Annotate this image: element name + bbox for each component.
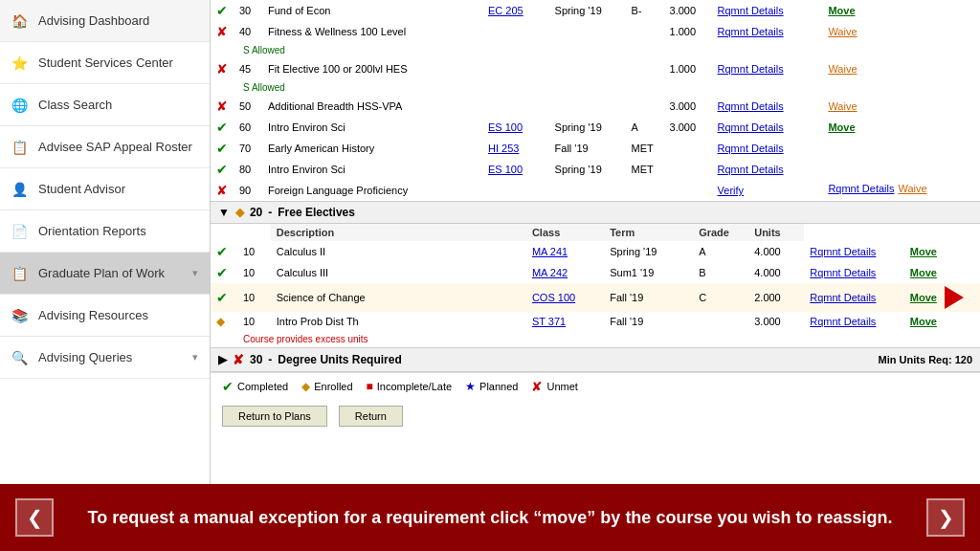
- sidebar-item-advisee-sap-appeal-roster[interactable]: 📋 Advisee SAP Appeal Roster: [0, 126, 210, 168]
- move-link[interactable]: Move: [828, 5, 855, 16]
- unmet-icon: ✘: [233, 352, 244, 367]
- class-link[interactable]: MA 242: [532, 267, 568, 278]
- class-link[interactable]: MA 241: [532, 246, 568, 257]
- enrolled-icon: ◆: [235, 206, 244, 219]
- home-icon: 🏠: [11, 13, 31, 29]
- rqmnt-details-link[interactable]: Rqmnt Details: [718, 5, 784, 16]
- completed-icon: ✔: [216, 290, 228, 305]
- legend: ✔ Completed ◆ Enrolled ■ Incomplete/Late…: [211, 372, 980, 400]
- section-label: Free Electives: [278, 206, 355, 219]
- table-row: ✔ 60 Intro Environ Sci ES 100 Spring '19…: [211, 117, 980, 138]
- table-row-note: Course provides excess units: [211, 331, 980, 347]
- legend-incomplete-label: Incomplete/Late: [377, 381, 452, 392]
- legend-completed: ✔ Completed: [222, 379, 288, 394]
- table-row: ◆ 10 Intro Prob Dist Th ST 371 Fall '19 …: [211, 312, 980, 331]
- rqmnt-details-link[interactable]: Rqmnt Details: [718, 100, 784, 112]
- expand-arrow-icon[interactable]: ▶: [218, 353, 227, 366]
- legend-unmet-label: Unmet: [546, 381, 577, 392]
- table-row: ✘ 45 Fit Elective 100 or 200lvl HES 1.00…: [211, 58, 980, 79]
- min-units-req: Min Units Req: 120: [879, 354, 972, 365]
- col-term: Term: [604, 224, 693, 241]
- move-link[interactable]: Move: [910, 316, 937, 327]
- legend-enrolled-label: Enrolled: [314, 381, 352, 392]
- waive-link[interactable]: Waive: [828, 26, 857, 37]
- rqmnt-details-link[interactable]: Rqmnt Details: [718, 26, 784, 37]
- unmet-legend-icon: ✘: [531, 379, 543, 394]
- legend-planned: ★ Planned: [465, 380, 518, 393]
- sidebar-item-advising-queries[interactable]: 🔍 Advising Queries ▾: [0, 337, 210, 379]
- return-button[interactable]: Return: [339, 406, 403, 427]
- unmet-icon: ✘: [216, 183, 228, 198]
- bottom-banner: ❮ To request a manual exception for a re…: [0, 484, 980, 551]
- rqmnt-details-link[interactable]: Rqmnt Details: [810, 246, 876, 257]
- banner-message: To request a manual exception for a requ…: [54, 508, 926, 528]
- sidebar-item-label: Advising Queries: [38, 350, 132, 364]
- action-buttons: Return to Plans Return: [211, 400, 980, 432]
- waive-link[interactable]: Waive: [828, 63, 857, 75]
- waive-link[interactable]: Waive: [828, 100, 857, 112]
- enrolled-legend-icon: ◆: [301, 380, 310, 393]
- sidebar-item-label: Advising Dashboard: [38, 13, 149, 28]
- degree-section-header: ▶ ✘ 30 - Degree Units Required Min Units…: [211, 347, 980, 372]
- legend-planned-label: Planned: [479, 381, 518, 392]
- section-number: 20: [250, 206, 262, 219]
- completed-icon: ✔: [216, 120, 228, 135]
- table-row: ✔ 30 Fund of Econ EC 205 Spring '19 B- 3…: [211, 0, 980, 21]
- rqmnt-details-link[interactable]: Rqmnt Details: [828, 183, 894, 194]
- table-row-note: S Allowed: [211, 42, 980, 58]
- plan-icon: 📋: [11, 266, 31, 281]
- incomplete-legend-icon: ■: [367, 380, 373, 393]
- free-electives-table: Description Class Term Grade Units ✔ 10 …: [211, 224, 980, 347]
- completed-icon: ✔: [216, 141, 228, 156]
- legend-enrolled: ◆ Enrolled: [301, 380, 352, 393]
- table-row: ✘ 90 Foreign Language Proficiency Verify…: [211, 180, 980, 201]
- class-link[interactable]: EC 205: [488, 5, 523, 16]
- waive-link[interactable]: Waive: [898, 183, 926, 194]
- sidebar-item-advising-resources[interactable]: 📚 Advising Resources: [0, 295, 210, 337]
- rqmnt-details-link[interactable]: Rqmnt Details: [810, 292, 876, 303]
- return-to-plans-button[interactable]: Return to Plans: [222, 406, 327, 427]
- sidebar-item-label: Class Search: [38, 98, 112, 112]
- sidebar-item-label: Graduate Plan of Work: [38, 266, 165, 280]
- unmet-icon: ✘: [216, 61, 228, 77]
- class-link[interactable]: ES 100: [488, 121, 523, 133]
- class-link[interactable]: ST 371: [532, 316, 566, 327]
- rqmnt-details-link[interactable]: Rqmnt Details: [718, 121, 784, 133]
- sidebar-item-student-advisor[interactable]: 👤 Student Advisor: [0, 168, 210, 210]
- rqmnt-details-link[interactable]: Rqmnt Details: [810, 267, 876, 278]
- sidebar-item-student-services-center[interactable]: ⭐ Student Services Center: [0, 42, 210, 84]
- enrolled-icon: ◆: [216, 315, 225, 328]
- unmet-icon: ✘: [216, 99, 228, 114]
- sidebar-item-label: Student Services Center: [38, 55, 173, 70]
- sidebar-item-label: Orientation Reports: [38, 224, 146, 238]
- move-link[interactable]: Move: [910, 246, 937, 257]
- sidebar-item-graduate-plan-of-work[interactable]: 📋 Graduate Plan of Work ▾: [0, 253, 210, 295]
- sidebar-item-class-search[interactable]: 🌐 Class Search: [0, 84, 210, 126]
- banner-prev-button[interactable]: ❮: [15, 498, 54, 537]
- move-link[interactable]: Move: [910, 267, 937, 278]
- unmet-icon: ✘: [216, 24, 228, 39]
- move-link[interactable]: Move: [828, 121, 855, 133]
- move-link[interactable]: Move: [910, 292, 937, 303]
- section-label: Degree Units Required: [278, 353, 401, 366]
- col-grade: Grade: [693, 224, 748, 241]
- sidebar-item-orientation-reports[interactable]: 📄 Orientation Reports: [0, 210, 210, 253]
- class-link[interactable]: COS 100: [532, 292, 575, 303]
- legend-unmet: ✘ Unmet: [531, 379, 577, 394]
- prior-rows-table: ✔ 30 Fund of Econ EC 205 Spring '19 B- 3…: [211, 0, 980, 201]
- class-link[interactable]: HI 253: [488, 143, 519, 154]
- col-units: Units: [748, 224, 804, 241]
- rqmnt-details-link[interactable]: Rqmnt Details: [718, 143, 784, 154]
- sidebar-item-advising-dashboard[interactable]: 🏠 Advising Dashboard: [0, 0, 210, 42]
- book-icon: 📚: [11, 308, 31, 323]
- sidebar: 🏠 Advising Dashboard ⭐ Student Services …: [0, 0, 211, 484]
- rqmnt-details-link[interactable]: Rqmnt Details: [718, 164, 784, 175]
- class-link[interactable]: ES 100: [488, 164, 523, 175]
- collapse-arrow-icon[interactable]: ▼: [218, 206, 230, 219]
- completed-icon: ✔: [216, 244, 228, 259]
- banner-next-button[interactable]: ❯: [926, 498, 965, 537]
- verify-link[interactable]: Verify: [718, 185, 745, 196]
- rqmnt-details-link[interactable]: Rqmnt Details: [810, 316, 876, 327]
- rqmnt-details-link[interactable]: Rqmnt Details: [718, 63, 784, 75]
- chevron-down-icon: ▾: [192, 267, 198, 279]
